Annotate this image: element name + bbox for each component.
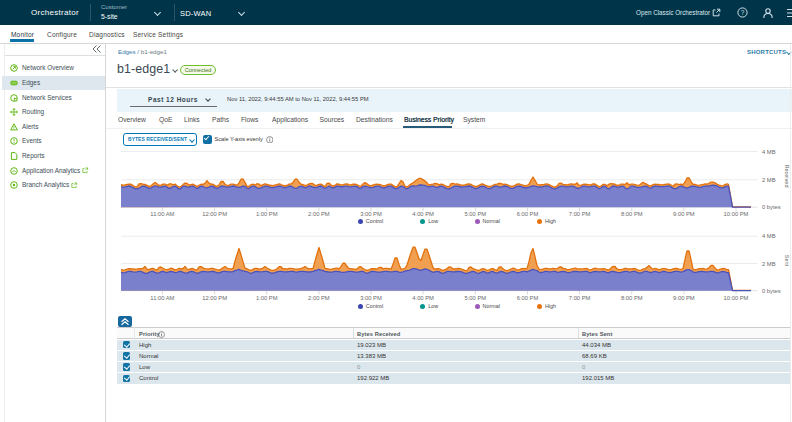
svg-text:11:00 AM: 11:00 AM (150, 295, 174, 301)
svg-text:2:00 PM: 2:00 PM (308, 211, 330, 217)
svg-text:4 MB: 4 MB (762, 233, 776, 239)
svg-text:10:00 PM: 10:00 PM (724, 295, 749, 301)
svg-text:5:00 PM: 5:00 PM (465, 295, 487, 301)
svg-text:12:00 PM: 12:00 PM (202, 295, 227, 301)
svg-text:10:00 PM: 10:00 PM (724, 211, 749, 217)
svg-text:8:00 PM: 8:00 PM (621, 211, 643, 217)
svg-text:3:00 PM: 3:00 PM (360, 211, 382, 217)
svg-text:4 MB: 4 MB (762, 149, 776, 155)
svg-text:9:00 PM: 9:00 PM (673, 211, 695, 217)
svg-text:Sent: Sent (784, 255, 790, 267)
svg-text:7:00 PM: 7:00 PM (569, 211, 591, 217)
svg-text:12:00 PM: 12:00 PM (202, 211, 227, 217)
svg-text:9:00 PM: 9:00 PM (673, 295, 695, 301)
svg-text:0 bytes: 0 bytes (762, 204, 781, 210)
svg-text:5:00 PM: 5:00 PM (465, 211, 487, 217)
svg-text:6:00 PM: 6:00 PM (517, 211, 539, 217)
svg-text:8:00 PM: 8:00 PM (621, 295, 643, 301)
svg-text:4:00 PM: 4:00 PM (412, 211, 434, 217)
svg-text:1:00 PM: 1:00 PM (256, 211, 278, 217)
svg-text:Received: Received (784, 165, 790, 188)
svg-text:0 bytes: 0 bytes (762, 288, 781, 294)
svg-text:1:00 PM: 1:00 PM (256, 295, 278, 301)
svg-text:2 MB: 2 MB (762, 177, 776, 183)
svg-text:4:00 PM: 4:00 PM (412, 295, 434, 301)
svg-text:3:00 PM: 3:00 PM (360, 295, 382, 301)
svg-text:11:00 AM: 11:00 AM (150, 211, 174, 217)
svg-text:2:00 PM: 2:00 PM (308, 295, 330, 301)
svg-text:2 MB: 2 MB (762, 261, 776, 267)
svg-text:6:00 PM: 6:00 PM (517, 295, 539, 301)
svg-text:7:00 PM: 7:00 PM (569, 295, 591, 301)
